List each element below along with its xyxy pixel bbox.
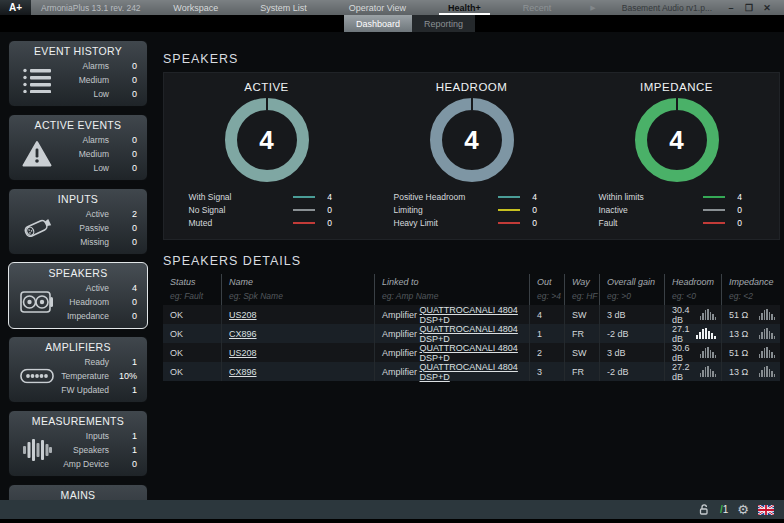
legend-row: Positive Headroom4 — [394, 190, 550, 203]
cell-impedance: 51 Ω — [722, 343, 780, 362]
legend-label: Positive Headroom — [394, 192, 498, 202]
stat-value: 0 — [109, 297, 139, 307]
status-bar: /1 ⚙ — [0, 500, 784, 519]
event-list-icon — [19, 67, 55, 93]
sidebar-panel-amplifiers[interactable]: AMPLIFIERSReady1Temperature10%FW Updated… — [8, 336, 148, 403]
legend-row: With Signal4 — [189, 190, 345, 203]
gauge-title: HEADROOM — [436, 81, 508, 93]
linked-prefix: Amplifier — [382, 348, 420, 358]
gear-icon[interactable]: ⚙ — [737, 503, 749, 516]
uk-flag-icon[interactable] — [758, 505, 774, 515]
menu-item-recent[interactable]: Recent — [502, 0, 573, 15]
legend-value: 0 — [315, 205, 345, 215]
gauge-legend: With Signal4No Signal0Muted0 — [189, 190, 345, 229]
signal-meter-icon — [700, 309, 717, 320]
impedance-value: 13 Ω — [729, 329, 748, 339]
amplifier-icon — [19, 369, 55, 384]
speaker-name-link[interactable]: CX896 — [229, 329, 257, 339]
cell-way: SW — [565, 305, 600, 324]
menu-item-workspace[interactable]: Workspace — [152, 0, 239, 15]
legend-row: Fault0 — [599, 216, 755, 229]
unlock-icon[interactable] — [698, 503, 711, 516]
column-filter-name[interactable]: eg: Spk Name — [222, 289, 375, 305]
sidebar-panel-title: AMPLIFIERS — [9, 341, 147, 353]
speaker-cabinet-icon — [19, 291, 55, 313]
tab-dashboard[interactable]: Dashboard — [344, 15, 412, 32]
tab-reporting[interactable]: Reporting — [412, 15, 475, 32]
sidebar-panel-inputs[interactable]: INPUTSActive2Passive0Missing0 — [8, 188, 148, 255]
stat-value: 1 — [109, 431, 139, 441]
stat-value: 0 — [109, 75, 139, 85]
sidebar-panel-speakers[interactable]: SPEAKERSActive4Headroom0Impedance0 — [8, 262, 148, 329]
legend-value: 0 — [725, 205, 755, 215]
equalizer-bars-icon — [19, 438, 55, 462]
gauge-legend: Within limits4Inactive0Fault0 — [599, 190, 755, 229]
sidebar-stat-row: Low0 — [55, 87, 139, 101]
cell-name: US208 — [222, 343, 375, 362]
legend-color-dash — [498, 222, 520, 224]
column-filter-linked-to[interactable]: eg: Amp Name — [375, 289, 530, 305]
column-filter-impedance[interactable]: eg: <2 — [722, 289, 780, 305]
headroom-value: 27.2 dB — [672, 362, 700, 382]
cell-headroom: 27.2 dB — [665, 362, 722, 381]
amplifier-link[interactable]: QUATTROCANALI 4804 DSP+D — [420, 324, 524, 344]
speaker-name-link[interactable]: US208 — [229, 348, 257, 358]
cell-overall-gain: 3 dB — [600, 343, 665, 362]
network-adapter-indicator[interactable]: /1 — [720, 504, 728, 515]
impedance-value: 51 Ω — [729, 348, 748, 358]
stat-value: 4 — [109, 283, 139, 293]
cell-out: 2 — [530, 343, 565, 362]
linked-prefix: Amplifier — [382, 329, 420, 339]
sidebar-stat-row: Alarms0 — [55, 133, 139, 147]
sidebar-stat-row: Amp Device0 — [55, 457, 139, 471]
sidebar-panel-measurements[interactable]: MEASUREMENTSInputs1Speakers1Amp Device0 — [8, 410, 148, 477]
stat-value: 0 — [109, 163, 139, 173]
stat-label: Medium — [55, 149, 109, 159]
speaker-name-link[interactable]: US208 — [229, 310, 257, 320]
sidebar-stat-row: Active2 — [55, 207, 139, 221]
sidebar-stat-row: Headroom0 — [55, 295, 139, 309]
sidebar-stat-row: Ready1 — [55, 355, 139, 369]
menu-item-operator-view[interactable]: Operator View — [328, 0, 427, 15]
minimize-button[interactable]: – — [722, 3, 740, 13]
stat-value: 0 — [109, 237, 139, 247]
stat-label: Alarms — [55, 61, 109, 71]
sidebar-stat-row: Temperature10% — [55, 369, 139, 383]
sidebar-stat-row: Medium0 — [55, 73, 139, 87]
stat-label: Low — [55, 163, 109, 173]
stat-label: Temperature — [55, 371, 109, 381]
legend-label: Fault — [599, 218, 703, 228]
amplifier-link[interactable]: QUATTROCANALI 4804 DSP+D — [420, 343, 524, 363]
donut-notch — [676, 98, 678, 110]
close-button[interactable]: ✕ — [758, 3, 776, 13]
sidebar-panel-active-events[interactable]: ACTIVE EVENTSAlarms0Medium0Low0 — [8, 114, 148, 181]
speaker-name-link[interactable]: CX896 — [229, 367, 257, 377]
legend-value: 4 — [520, 192, 550, 202]
stat-label: FW Updated — [55, 385, 109, 395]
cell-status: OK — [163, 305, 222, 324]
column-filter-status[interactable]: eg: Fault — [163, 289, 222, 305]
cell-overall-gain: -2 dB — [600, 362, 665, 381]
gauge-title: ACTIVE — [244, 81, 289, 93]
amplifier-link[interactable]: QUATTROCANALI 4804 DSP+D — [420, 362, 524, 382]
cell-headroom: 30.6 dB — [665, 343, 722, 362]
amplifier-link[interactable]: QUATTROCANALI 4804 DSP+D — [420, 305, 524, 325]
column-filter-headroom[interactable]: eg: <0 — [665, 289, 722, 305]
column-filter-overall-gain[interactable]: eg: >0 — [600, 289, 665, 305]
stat-label: Passive — [55, 223, 109, 233]
menu-item-health[interactable]: Health+ — [427, 0, 502, 15]
stat-value: 0 — [109, 311, 139, 321]
column-header-impedance: Impedance — [722, 274, 780, 289]
play-icon[interactable]: ▶ — [572, 4, 613, 12]
signal-meter-icon — [700, 366, 717, 377]
restore-button[interactable]: ❐ — [740, 3, 758, 13]
cell-out: 4 — [530, 305, 565, 324]
armoniaplus-window: A+ ArmoniaPlus 13.1 rev. 242 Workspace S… — [0, 0, 784, 523]
sidebar-panel-event-history[interactable]: EVENT HISTORYAlarms0Medium0Low0 — [8, 40, 148, 107]
column-filter-out[interactable]: eg: >4 — [530, 289, 565, 305]
stat-value: 10% — [109, 371, 139, 381]
menu-item-system-list[interactable]: System List — [239, 0, 328, 15]
stat-value: 0 — [109, 89, 139, 99]
column-filter-way[interactable]: eg: HF — [565, 289, 600, 305]
tab-strip: Dashboard Reporting — [0, 15, 784, 32]
